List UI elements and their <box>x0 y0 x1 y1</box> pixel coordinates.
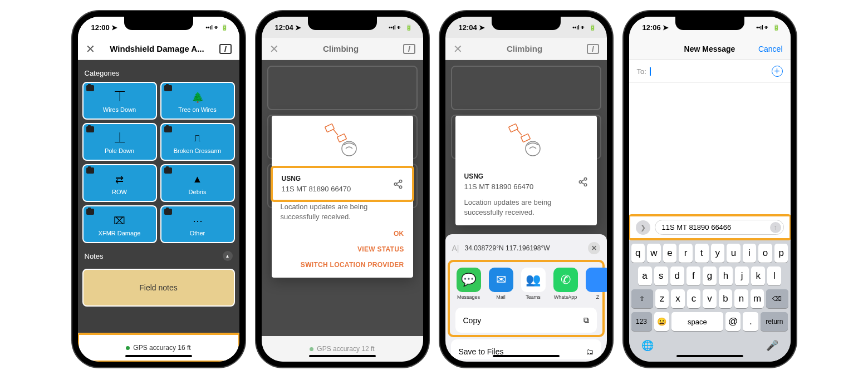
key-r[interactable]: r <box>679 244 693 263</box>
category-xfmr-damage[interactable]: ⌧XFMR Damage <box>82 205 157 243</box>
share-app-whatsapp[interactable]: ✆WhatsApp <box>553 268 578 300</box>
close-share-icon[interactable]: ✕ <box>588 242 600 254</box>
gps-accuracy-bar[interactable]: GPS accuracy 16 ft <box>79 335 238 361</box>
app-label: Mail <box>496 294 506 300</box>
category-row[interactable]: ⇄ROW <box>82 164 157 202</box>
gps-accuracy-bar[interactable]: GPS accuracy 12 ft <box>262 336 423 362</box>
ok-button[interactable]: OK <box>394 230 404 238</box>
category-debris[interactable]: ▲Debris <box>160 164 235 202</box>
space-key[interactable]: space <box>671 312 723 331</box>
category-tree-on-wires[interactable]: 🌲Tree on Wires <box>160 82 235 120</box>
camera-icon <box>86 209 94 215</box>
key-s[interactable]: s <box>654 267 668 285</box>
page-title: Windshield Damage A... <box>95 44 219 53</box>
key-m[interactable]: m <box>751 289 764 308</box>
usng-highlight: USNG 11S MT 81890 66470 <box>271 166 414 202</box>
add-contact-icon[interactable]: + <box>772 66 783 77</box>
key-y[interactable]: y <box>711 244 725 263</box>
category-broken-crossarm[interactable]: ⎍Broken Crossarm <box>160 123 235 161</box>
message-nav: New Message Cancel <box>629 38 791 60</box>
map-icon[interactable] <box>587 44 599 54</box>
camera-icon <box>164 85 172 91</box>
dot-key[interactable]: . <box>743 312 758 331</box>
svg-point-15 <box>584 184 587 186</box>
key-a[interactable]: a <box>638 267 652 285</box>
key-n[interactable]: n <box>734 289 748 308</box>
key-f[interactable]: f <box>686 267 700 285</box>
save-to-files-action[interactable]: Save to Files 🗂 <box>451 339 601 359</box>
key-d[interactable]: d <box>670 267 684 285</box>
close-icon[interactable]: ✕ <box>86 42 95 56</box>
key-p[interactable]: p <box>774 244 788 263</box>
category-icon: ▲ <box>193 174 203 186</box>
share-icon[interactable] <box>578 177 588 187</box>
key-k[interactable]: k <box>751 267 765 285</box>
key-o[interactable]: o <box>758 244 772 263</box>
cancel-button[interactable]: Cancel <box>758 45 783 53</box>
key-j[interactable]: j <box>735 267 749 285</box>
key-z[interactable]: z <box>655 289 669 308</box>
location-arrow-icon: ➤ <box>663 23 669 32</box>
share-icon[interactable] <box>393 179 403 189</box>
emoji-key[interactable]: 😀 <box>654 312 670 331</box>
numbers-key[interactable]: 123 <box>631 312 652 331</box>
share-app-mail[interactable]: ✉Mail <box>489 268 513 300</box>
copy-label: Copy <box>463 316 482 325</box>
location-message: Location updates are being successfully … <box>272 202 413 230</box>
globe-icon[interactable]: 🌐 <box>641 339 654 352</box>
status-indicators: ••ıl ᯤ 🔋 <box>205 24 228 31</box>
save-label: Save to Files <box>459 347 504 356</box>
key-t[interactable]: t <box>695 244 709 263</box>
camera-icon <box>86 85 94 91</box>
app-label: Z <box>596 294 600 300</box>
map-icon[interactable] <box>219 44 232 54</box>
share-app-z[interactable]: Z <box>586 268 607 300</box>
key-x[interactable]: x <box>671 289 685 308</box>
key-v[interactable]: v <box>703 289 717 308</box>
svg-rect-1 <box>337 134 346 142</box>
compose-input[interactable]: 11S MT 81890 66466 <box>655 220 784 235</box>
share-app-teams[interactable]: 👥Teams <box>521 268 546 300</box>
return-key[interactable]: return <box>761 312 788 331</box>
nav-bar: ✕ Windshield Damage A... <box>78 38 239 60</box>
usng-value: 11S MT 81890 66470 <box>464 182 534 191</box>
key-b[interactable]: b <box>719 289 733 308</box>
at-key[interactable]: @ <box>725 312 741 331</box>
close-icon[interactable]: ✕ <box>453 42 463 56</box>
category-other[interactable]: ⋯Other <box>160 205 235 243</box>
compose-highlight: ❯ 11S MT 81890 66466 <box>629 214 791 240</box>
close-icon[interactable]: ✕ <box>269 42 279 56</box>
map-icon[interactable] <box>403 44 415 54</box>
switch-location-provider-button[interactable]: SWITCH LOCATION PROVIDER <box>301 261 404 269</box>
svg-line-11 <box>517 130 522 135</box>
field-notes-button[interactable]: Field notes <box>82 269 235 307</box>
key-q[interactable]: q <box>631 244 645 263</box>
copy-action[interactable]: Copy ⧉ <box>455 308 597 333</box>
status-bar: 12:00➤ ••ıl ᯤ 🔋 <box>78 17 239 38</box>
key-l[interactable]: l <box>767 267 781 285</box>
gps-text: GPS accuracy 12 ft <box>317 345 374 353</box>
shift-key[interactable]: ⇧ <box>631 289 653 308</box>
mic-icon[interactable]: 🎤 <box>766 339 778 352</box>
category-icon: ⇄ <box>115 174 124 186</box>
share-app-messages[interactable]: 💬Messages <box>457 268 481 300</box>
category-icon: ⎍ <box>194 132 200 145</box>
key-i[interactable]: i <box>743 244 757 263</box>
key-c[interactable]: c <box>687 289 701 308</box>
chevron-up-icon[interactable]: ▲ <box>223 251 233 261</box>
key-g[interactable]: g <box>703 267 717 285</box>
expand-apps-icon[interactable]: ❯ <box>636 220 650 235</box>
category-wires-down[interactable]: ⏉Wires Down <box>82 82 157 120</box>
view-status-button[interactable]: VIEW STATUS <box>357 245 404 253</box>
to-field[interactable]: To: + <box>629 60 791 83</box>
key-e[interactable]: e <box>663 244 677 263</box>
key-w[interactable]: w <box>647 244 661 263</box>
usng-row[interactable]: USNG 11S MT 81890 66470 <box>455 166 597 198</box>
nav-bar: ✕ Climbing <box>262 38 423 60</box>
usng-row[interactable]: USNG 11S MT 81890 66470 <box>273 168 412 200</box>
svg-point-13 <box>584 177 587 180</box>
key-u[interactable]: u <box>727 244 741 263</box>
backspace-key[interactable]: ⌫ <box>766 289 788 308</box>
category-pole-down[interactable]: ⏊Pole Down <box>82 123 157 161</box>
key-h[interactable]: h <box>719 267 733 285</box>
